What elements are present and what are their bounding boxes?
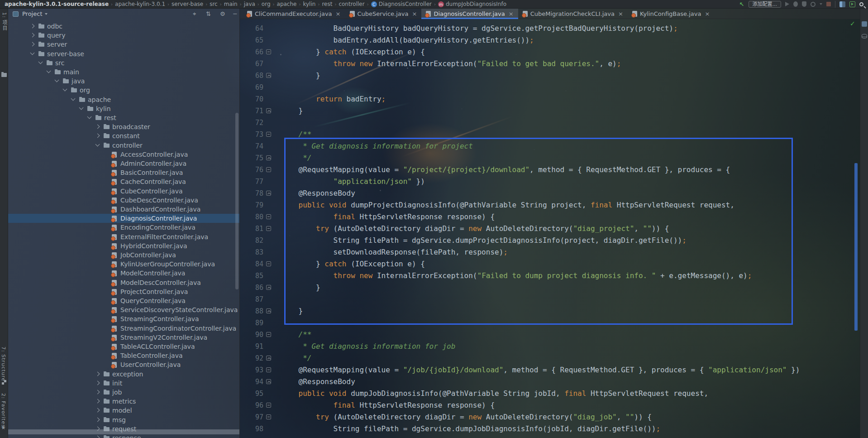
- code-line-90[interactable]: 90 /**: [240, 329, 860, 341]
- line-number[interactable]: 89: [240, 317, 263, 329]
- line-number[interactable]: 66: [240, 46, 263, 58]
- tab-DiagnosisController-java[interactable]: DiagnosisController.java×: [421, 9, 518, 19]
- tool-stripe-structure[interactable]: 7: Structure: [0, 347, 6, 381]
- code-line-77[interactable]: 77 "application/json" }): [240, 176, 860, 188]
- tree-item-CubeController-java[interactable]: CubeController.java: [8, 187, 239, 196]
- line-number[interactable]: 84: [240, 258, 263, 270]
- tree-item-HybridController-java[interactable]: HybridController.java: [8, 241, 239, 250]
- code-line-68[interactable]: 68 }: [240, 70, 860, 82]
- fold-toggle-icon[interactable]: [266, 226, 271, 231]
- tree-item-job[interactable]: job: [8, 388, 239, 397]
- chevron-right-icon[interactable]: [30, 24, 35, 29]
- settings-icon[interactable]: ⚙: [220, 10, 225, 17]
- tree-item-odbc[interactable]: odbc: [8, 22, 239, 31]
- line-number[interactable]: 69: [240, 82, 263, 93]
- line-number[interactable]: 77: [240, 176, 263, 188]
- chevron-right-icon[interactable]: [30, 33, 35, 38]
- line-number[interactable]: 76: [240, 164, 263, 176]
- collapse-all-icon[interactable]: ⇅: [206, 10, 211, 17]
- tree-item-exception[interactable]: exception: [8, 370, 239, 379]
- code-line-87[interactable]: 87: [240, 294, 860, 305]
- fold-toggle-icon[interactable]: [266, 285, 271, 290]
- close-icon[interactable]: ×: [336, 11, 341, 17]
- tree-item-TableACLController-java[interactable]: TableACLController.java: [8, 342, 239, 351]
- chevron-right-icon[interactable]: [95, 134, 100, 138]
- chevron-right-icon[interactable]: [95, 371, 100, 376]
- line-number[interactable]: 73: [240, 129, 263, 140]
- vcs-update-icon[interactable]: ↖: [739, 1, 744, 7]
- code-line-82[interactable]: 82 String filePath = dgService.dumpProje…: [240, 235, 860, 246]
- line-number[interactable]: 94: [240, 376, 263, 388]
- code-line-67[interactable]: 67 throw new InternalErrorException("Fai…: [240, 58, 860, 70]
- project-tree-hscrollbar[interactable]: [8, 429, 239, 434]
- chevron-right-icon[interactable]: [95, 436, 100, 438]
- breadcrumb-item[interactable]: server-base: [171, 1, 204, 7]
- tree-item-java[interactable]: java: [8, 77, 239, 86]
- line-number[interactable]: 67: [240, 58, 263, 70]
- code-line-95[interactable]: 95 public void dumpJobDiagnosisInfo(@Pat…: [240, 388, 860, 399]
- run-icon[interactable]: [785, 2, 789, 6]
- line-number[interactable]: 98: [240, 423, 263, 435]
- chevron-right-icon[interactable]: [30, 42, 35, 47]
- tree-item-CubeDescController-java[interactable]: CubeDescController.java: [8, 196, 239, 205]
- favorites-star-icon[interactable]: ★: [1, 424, 6, 431]
- breadcrumb-item[interactable]: src: [209, 1, 219, 7]
- code-line-72[interactable]: 72: [240, 117, 860, 129]
- line-number[interactable]: 80: [240, 211, 263, 223]
- code-line-97[interactable]: 97 try (AutoDeleteDirectory diagDir = ne…: [240, 411, 860, 423]
- breadcrumb-item[interactable]: rest: [321, 1, 333, 7]
- right-stripe-icon-1[interactable]: [862, 21, 867, 27]
- code-line-69[interactable]: 69: [240, 82, 860, 93]
- tree-item-ProjectController-java[interactable]: ProjectController.java: [8, 287, 239, 296]
- project-stripe-folder-icon[interactable]: [1, 73, 7, 77]
- fold-toggle-icon[interactable]: [266, 367, 271, 372]
- tree-item-apache[interactable]: apache: [8, 95, 239, 104]
- code-line-88[interactable]: 88 }: [240, 305, 860, 317]
- chevron-down-icon[interactable]: [38, 59, 43, 64]
- tree-item-ExternalFilterController-java[interactable]: ExternalFilterController.java: [8, 232, 239, 241]
- line-number[interactable]: 74: [240, 140, 263, 152]
- close-icon[interactable]: ×: [618, 11, 623, 17]
- fold-toggle-icon[interactable]: [266, 214, 271, 219]
- chevron-down-icon[interactable]: [47, 69, 51, 73]
- code-line-66[interactable]: 66 } catch (IOException e) {: [240, 46, 860, 58]
- fold-toggle-icon[interactable]: [266, 414, 271, 419]
- tree-item-broadcaster[interactable]: broadcaster: [8, 122, 239, 131]
- fold-toggle-icon[interactable]: [266, 155, 271, 160]
- stop-icon[interactable]: [826, 2, 831, 6]
- line-number[interactable]: 86: [240, 282, 263, 294]
- fold-toggle-icon[interactable]: [266, 261, 271, 266]
- tree-item-ServiceDiscoveryStateController-java[interactable]: ServiceDiscoveryStateController.java: [8, 305, 239, 314]
- tree-item-org[interactable]: org: [8, 86, 239, 95]
- add-configuration-button[interactable]: 添加配置...: [749, 1, 782, 8]
- line-number[interactable]: 68: [240, 70, 263, 82]
- line-number[interactable]: 93: [240, 364, 263, 376]
- line-number[interactable]: 70: [240, 93, 263, 105]
- tree-item-main[interactable]: main: [8, 67, 239, 77]
- line-number[interactable]: 82: [240, 235, 263, 246]
- code-line-94[interactable]: 94 @ResponseBody: [240, 376, 860, 388]
- fold-toggle-icon[interactable]: [266, 308, 271, 313]
- chevron-down-icon[interactable]: [30, 50, 35, 55]
- fold-toggle-icon[interactable]: [266, 108, 271, 113]
- code-line-84[interactable]: 84 } catch (IOException e) {: [240, 258, 860, 270]
- breadcrumb-item[interactable]: mdumpJobDiagnosisInfo: [437, 1, 507, 7]
- line-number[interactable]: 79: [240, 199, 263, 211]
- tree-item-DiagnosisController-java[interactable]: DiagnosisController.java: [8, 214, 239, 223]
- tree-item-model[interactable]: model: [8, 406, 239, 415]
- close-icon[interactable]: ×: [509, 11, 514, 17]
- code-line-92[interactable]: 92 */: [240, 352, 860, 364]
- chevron-right-icon[interactable]: [95, 380, 100, 385]
- code-line-80[interactable]: 80 final HttpServletResponse response) {: [240, 211, 860, 223]
- tree-item-init[interactable]: init: [8, 379, 239, 388]
- project-view-dropdown-icon[interactable]: [45, 13, 48, 15]
- project-tree-scrollbar[interactable]: [235, 113, 238, 289]
- tree-item-BasicController-java[interactable]: BasicController.java: [8, 168, 239, 177]
- tab-KylinConfigBase-java[interactable]: KylinConfigBase.java×: [628, 9, 714, 19]
- tree-item-constant[interactable]: constant: [8, 131, 239, 140]
- breadcrumb-item[interactable]: apache-kylin-3.0.1-source-release: [4, 1, 110, 7]
- line-number[interactable]: 95: [240, 388, 263, 399]
- line-number[interactable]: 83: [240, 246, 263, 258]
- code-line-93[interactable]: 93 @RequestMapping(value = "/job/{jobId}…: [240, 364, 860, 376]
- inspections-ok-icon[interactable]: ✓: [850, 20, 855, 27]
